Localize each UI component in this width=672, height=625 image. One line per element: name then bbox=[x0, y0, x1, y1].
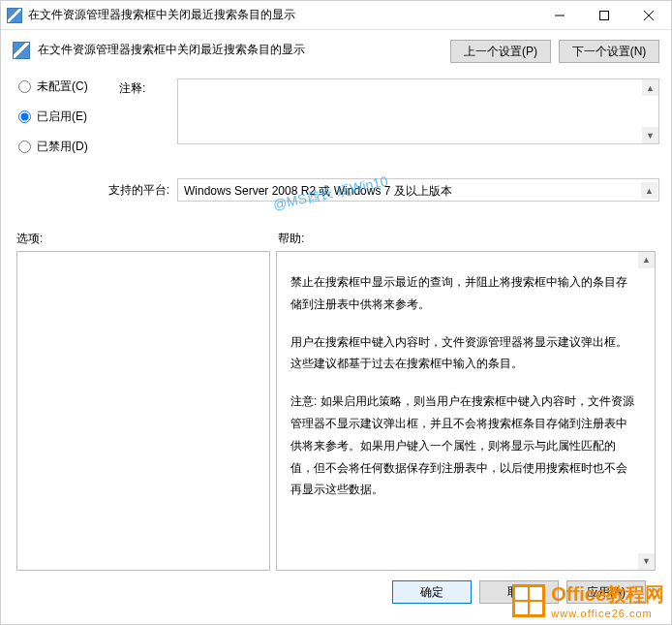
radio-enabled[interactable]: 已启用(E) bbox=[18, 109, 119, 125]
policy-title: 在文件资源管理器搜索框中关闭最近搜索条目的显示 bbox=[38, 40, 443, 58]
help-paragraph-2: 用户在搜索框中键入内容时，文件资源管理器将显示建议弹出框。这些建议都基于过去在搜… bbox=[290, 331, 637, 376]
nav-buttons: 上一个设置(P) 下一个设置(N) bbox=[450, 40, 659, 63]
apply-label: 应用(A) bbox=[587, 585, 626, 599]
window-title: 在文件资源管理器搜索框中关闭最近搜索条目的显示 bbox=[28, 7, 537, 23]
platform-field[interactable]: Windows Server 2008 R2 或 Windows 7 及以上版本… bbox=[177, 178, 659, 202]
radio-disabled-label: 已禁用(D) bbox=[37, 139, 88, 155]
panels: 禁止在搜索框中显示最近的查询，并阻止将搜索框中输入的条目存储到注册表中供将来参考… bbox=[13, 251, 659, 571]
ok-label: 确定 bbox=[420, 585, 443, 599]
radio-not-configured[interactable]: 未配置(C) bbox=[18, 78, 119, 95]
radio-enabled-input[interactable] bbox=[18, 110, 31, 123]
help-panel[interactable]: 禁止在搜索框中显示最近的查询，并阻止将搜索框中输入的条目存储到注册表中供将来参考… bbox=[276, 251, 656, 571]
minimize-button[interactable] bbox=[537, 1, 582, 29]
scroll-up-icon[interactable]: ▲ bbox=[641, 182, 657, 199]
app-icon bbox=[7, 8, 22, 23]
next-button-label: 下一个设置(N) bbox=[572, 45, 647, 58]
help-paragraph-1: 禁止在搜索框中显示最近的查询，并阻止将搜索框中输入的条目存储到注册表中供将来参考… bbox=[290, 271, 637, 316]
section-labels: 选项: 帮助: bbox=[13, 231, 659, 251]
platform-row: 支持的平台: Windows Server 2008 R2 或 Windows … bbox=[13, 178, 659, 202]
options-label: 选项: bbox=[16, 231, 278, 247]
platform-label: 支持的平台: bbox=[13, 182, 177, 199]
prev-button-label: 上一个设置(P) bbox=[464, 45, 537, 58]
maximize-icon bbox=[599, 11, 609, 20]
platform-value: Windows Server 2008 R2 或 Windows 7 及以上版本 bbox=[184, 184, 452, 198]
radio-group: 未配置(C) 已启用(E) 已禁用(D) bbox=[13, 78, 119, 169]
config-grid: 未配置(C) 已启用(E) 已禁用(D) 注释: ▲ ▼ bbox=[13, 78, 659, 169]
radio-not-configured-label: 未配置(C) bbox=[37, 78, 88, 95]
maximize-button[interactable] bbox=[582, 1, 626, 29]
scroll-down-icon[interactable]: ▼ bbox=[642, 127, 658, 143]
radio-not-configured-input[interactable] bbox=[18, 80, 31, 93]
dialog-footer: 确定 取消 应用(A) bbox=[13, 571, 659, 613]
scroll-down-icon[interactable]: ▼ bbox=[638, 553, 655, 570]
radio-disabled[interactable]: 已禁用(D) bbox=[18, 139, 119, 155]
help-label: 帮助: bbox=[278, 231, 304, 247]
window-controls bbox=[537, 1, 671, 29]
radio-disabled-input[interactable] bbox=[18, 141, 31, 153]
policy-icon bbox=[13, 42, 30, 59]
cancel-button[interactable]: 取消 bbox=[479, 580, 559, 604]
header-row: 在文件资源管理器搜索框中关闭最近搜索条目的显示 上一个设置(P) 下一个设置(N… bbox=[13, 40, 659, 63]
comment-label: 注释: bbox=[119, 78, 177, 97]
dialog-content: 在文件资源管理器搜索框中关闭最近搜索条目的显示 上一个设置(P) 下一个设置(N… bbox=[1, 30, 671, 613]
previous-setting-button[interactable]: 上一个设置(P) bbox=[450, 40, 551, 63]
scroll-up-icon[interactable]: ▲ bbox=[642, 79, 658, 96]
titlebar: 在文件资源管理器搜索框中关闭最近搜索条目的显示 bbox=[1, 1, 671, 30]
minimize-icon bbox=[555, 11, 565, 20]
next-setting-button[interactable]: 下一个设置(N) bbox=[559, 40, 659, 63]
help-paragraph-3: 注意: 如果启用此策略，则当用户在搜索框中键入内容时，文件资源管理器不显示建议弹… bbox=[290, 391, 637, 501]
apply-button[interactable]: 应用(A) bbox=[566, 580, 646, 604]
options-panel[interactable] bbox=[16, 251, 270, 571]
comment-textarea[interactable]: ▲ ▼ bbox=[177, 78, 659, 144]
ok-button[interactable]: 确定 bbox=[392, 580, 472, 604]
close-icon bbox=[644, 11, 654, 20]
cancel-label: 取消 bbox=[507, 585, 531, 599]
radio-enabled-label: 已启用(E) bbox=[37, 109, 87, 125]
scroll-up-icon[interactable]: ▲ bbox=[638, 252, 655, 268]
svg-rect-1 bbox=[600, 11, 609, 19]
close-button[interactable] bbox=[626, 1, 671, 29]
